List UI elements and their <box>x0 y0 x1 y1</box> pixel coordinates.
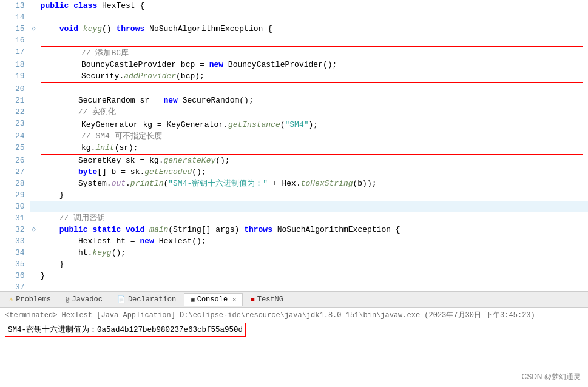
line-marker <box>30 12 38 23</box>
tab-testng[interactable]: ■ TestNG <box>244 293 290 306</box>
tab-testng-label: TestNG <box>257 295 283 304</box>
line-number: 34 <box>0 247 30 258</box>
tab-declaration-label: Declaration <box>128 295 176 304</box>
line-marker <box>30 281 38 291</box>
code-content: // 实例化 <box>38 106 588 118</box>
line-number: 37 <box>0 281 30 291</box>
code-content: System.out.println("SM4-密钥十六进制值为：" + Hex… <box>38 178 588 189</box>
code-content <box>38 201 588 212</box>
tab-javadoc[interactable]: @ Javadoc <box>59 293 109 306</box>
line-number: 26 <box>0 155 30 166</box>
tabs-bar: ⚠ Problems @ Javadoc 📄 Declaration ▣ Con… <box>0 292 588 308</box>
line-marker <box>30 70 38 83</box>
line-number: 18 <box>0 59 30 70</box>
editor-area: 13public class HexTest {1415◇ void keyg(… <box>0 0 588 291</box>
line-number: 33 <box>0 235 30 247</box>
code-content: } <box>38 270 588 281</box>
line-marker <box>30 189 38 201</box>
line-number: 21 <box>0 95 30 106</box>
line-marker <box>30 0 38 12</box>
code-content <box>38 281 588 291</box>
line-marker <box>30 46 38 59</box>
code-content: SecureRandom sr = new SecureRandom(); <box>38 95 588 106</box>
line-marker <box>30 59 38 70</box>
testng-icon: ■ <box>251 296 255 303</box>
line-marker <box>30 166 38 178</box>
line-marker <box>30 106 38 118</box>
declaration-icon: 📄 <box>117 295 126 303</box>
code-content: // SM4 可不指定长度 <box>38 130 588 142</box>
javadoc-icon: @ <box>66 296 70 303</box>
line-marker <box>30 235 38 247</box>
line-marker <box>30 35 38 46</box>
line-marker <box>30 142 38 155</box>
line-number: 19 <box>0 70 30 83</box>
code-content: HexTest ht = new HexTest(); <box>38 235 588 247</box>
console-close-icon[interactable]: ✕ <box>232 296 236 303</box>
line-number: 30 <box>0 201 30 212</box>
code-content: void keyg() throws NoSuchAlgorithmExcept… <box>38 23 588 35</box>
line-marker <box>30 212 38 224</box>
code-content: } <box>38 258 588 270</box>
line-number: 35 <box>0 258 30 270</box>
line-marker: ◇ <box>30 224 38 235</box>
line-marker <box>30 118 38 130</box>
code-content: public class HexTest { <box>38 0 588 12</box>
line-marker <box>30 270 38 281</box>
line-number: 32 <box>0 224 30 235</box>
code-content: ht.keyg(); <box>38 247 588 258</box>
line-marker <box>30 155 38 166</box>
line-number: 27 <box>0 166 30 178</box>
line-number: 15 <box>0 23 30 35</box>
code-content: SecretKey sk = kg.generateKey(); <box>38 155 588 166</box>
code-content: // 调用密钥 <box>38 212 588 224</box>
tab-console-label: Console <box>197 295 228 304</box>
line-number: 24 <box>0 130 30 142</box>
line-marker <box>30 83 38 95</box>
console-icon: ▣ <box>191 295 195 303</box>
line-number: 36 <box>0 270 30 281</box>
line-marker: ◇ <box>30 23 38 35</box>
console-header: <terminated> HexTest [Java Application] … <box>5 310 583 320</box>
code-content: Security.addProvider(bcp); <box>38 70 588 83</box>
line-number: 25 <box>0 142 30 155</box>
console-output-text: SM4-密钥十六进制值为：0a5ad4b127beb980237e63cbf55… <box>5 323 246 337</box>
line-number: 14 <box>0 12 30 23</box>
code-content <box>38 35 588 46</box>
code-content: } <box>38 189 588 201</box>
problems-icon: ⚠ <box>9 295 13 304</box>
tab-problems-label: Problems <box>16 295 51 304</box>
code-content: byte[] b = sk.getEncoded(); <box>38 166 588 178</box>
line-number: 29 <box>0 189 30 201</box>
code-content <box>38 83 588 95</box>
line-number: 16 <box>0 35 30 46</box>
tab-declaration[interactable]: 📄 Declaration <box>110 293 183 306</box>
console-content: <terminated> HexTest [Java Application] … <box>0 308 588 385</box>
tab-problems[interactable]: ⚠ Problems <box>2 293 58 306</box>
line-number: 23 <box>0 118 30 130</box>
code-content: kg.init(sr); <box>38 142 588 155</box>
watermark: CSDN @梦幻通灵 <box>521 372 581 382</box>
line-marker <box>30 258 38 270</box>
code-content: // 添加BC库 <box>38 46 588 59</box>
code-content <box>38 12 588 23</box>
code-content: BouncyCastleProvider bcp = new BouncyCas… <box>38 59 588 70</box>
tab-javadoc-label: Javadoc <box>72 295 102 304</box>
line-number: 31 <box>0 212 30 224</box>
line-marker <box>30 247 38 258</box>
line-number: 22 <box>0 106 30 118</box>
console-output: SM4-密钥十六进制值为：0a5ad4b127beb980237e63cbf55… <box>5 323 583 337</box>
bottom-panel: ⚠ Problems @ Javadoc 📄 Declaration ▣ Con… <box>0 291 588 385</box>
code-content: public static void main(String[] args) t… <box>38 224 588 235</box>
code-content: KeyGenerator kg = KeyGenerator.getInstan… <box>38 118 588 130</box>
line-number: 17 <box>0 46 30 59</box>
line-number: 28 <box>0 178 30 189</box>
line-number: 20 <box>0 83 30 95</box>
tab-console[interactable]: ▣ Console ✕ <box>184 293 243 306</box>
line-marker <box>30 201 38 212</box>
line-marker <box>30 95 38 106</box>
line-marker <box>30 130 38 142</box>
code-editor: 13public class HexTest {1415◇ void keyg(… <box>0 0 588 291</box>
line-number: 13 <box>0 0 30 12</box>
line-marker <box>30 178 38 189</box>
